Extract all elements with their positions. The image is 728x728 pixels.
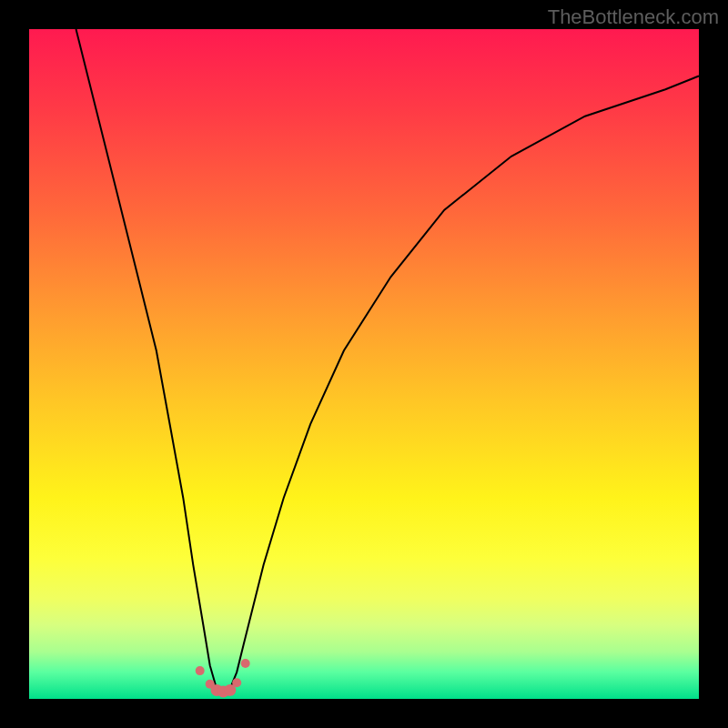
bottleneck-curve	[76, 29, 700, 695]
dip-marker	[241, 659, 250, 668]
dip-markers	[196, 659, 250, 697]
chart-frame: TheBottleneck.com	[0, 0, 728, 728]
dip-marker	[232, 678, 241, 687]
chart-svg	[29, 29, 699, 699]
dip-marker	[196, 666, 205, 675]
watermark-text: TheBottleneck.com	[548, 5, 719, 29]
